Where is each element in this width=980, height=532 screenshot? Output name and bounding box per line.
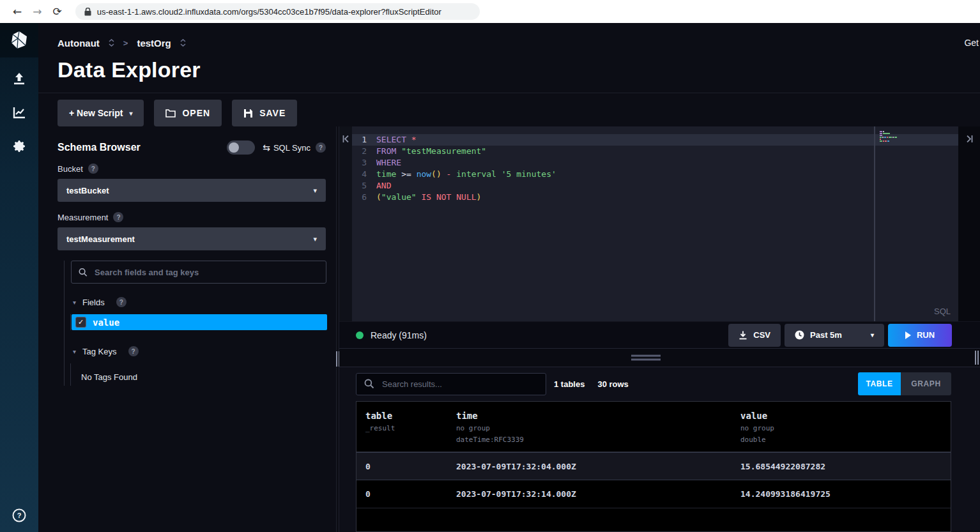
sql-sync-label: SQL Sync <box>273 143 310 153</box>
svg-text:?: ? <box>17 512 22 519</box>
checkbox-checked-icon[interactable]: ✓ <box>75 317 86 328</box>
panel-resize-handle-vertical[interactable] <box>336 126 339 532</box>
save-icon <box>243 109 253 118</box>
gear-icon <box>11 139 27 154</box>
folder-icon <box>165 109 176 118</box>
bucket-label: Bucket <box>57 164 83 174</box>
chevron-down-icon: ▾ <box>129 110 132 117</box>
browser-reload-icon[interactable]: ⟳ <box>53 6 62 17</box>
fields-section-toggle[interactable]: ▾ Fields ? <box>73 296 326 308</box>
results-search[interactable] <box>356 373 546 395</box>
tab-table-view[interactable]: TABLE <box>858 372 901 395</box>
results-table-header: table_resulttimeno groupdateTime:RFC3339… <box>356 402 951 452</box>
column-header-table: table_result <box>365 411 456 444</box>
breadcrumb-org[interactable]: Autonaut <box>57 38 100 49</box>
field-item-value[interactable]: ✓ value <box>72 314 327 330</box>
results-table: table_resulttimeno groupdateTime:RFC3339… <box>356 401 951 532</box>
schema-search[interactable] <box>71 261 326 284</box>
sidebar-item-upload[interactable] <box>0 66 38 91</box>
browser-back-icon[interactable]: ← <box>13 6 22 17</box>
results-table-body: 02023-07-09T17:32:04.000Z15.685449220872… <box>356 452 951 508</box>
caret-down-icon: ▾ <box>73 299 76 306</box>
fields-help-icon[interactable]: ? <box>116 297 126 307</box>
schema-search-input[interactable] <box>95 268 319 277</box>
sql-sync-toggle[interactable] <box>227 141 255 155</box>
page-title: Data Explorer <box>57 57 980 82</box>
language-badge: SQL <box>934 307 951 316</box>
code-line-2[interactable]: 2FROM "testMeasurement" <box>352 146 958 157</box>
tag-keys-help-icon[interactable]: ? <box>128 346 139 356</box>
collapse-editor-right-handle[interactable] <box>958 126 980 321</box>
editor-scrollbar[interactable] <box>874 126 875 321</box>
code-line-4[interactable]: 4time >= now() - interval '5 minutes' <box>352 169 958 180</box>
code-line-1[interactable]: 1SELECT * <box>352 134 958 146</box>
code-line-5[interactable]: 5AND <box>352 180 958 192</box>
csv-download-button[interactable]: CSV <box>728 324 781 347</box>
status-indicator <box>356 331 364 339</box>
new-script-label: + New Script <box>69 108 123 118</box>
open-button[interactable]: OPEN <box>154 100 222 126</box>
rows-count: 30 rows <box>597 379 628 389</box>
table-row[interactable]: 02023-07-09T17:32:14.000Z14.240993186419… <box>356 480 951 508</box>
bucket-help-icon[interactable]: ? <box>88 163 98 174</box>
editor-minimap[interactable] <box>880 131 903 142</box>
address-bar[interactable]: us-east-1-1.aws.cloud2.influxdata.com/or… <box>75 3 480 20</box>
time-range-dropdown[interactable]: Past 5m ▾ <box>785 324 884 347</box>
results-panel: 1 tables 30 rows TABLE GRAPH table_resul… <box>339 367 980 532</box>
sql-sync-help-icon[interactable]: ? <box>316 142 326 153</box>
browser-forward-icon[interactable]: → <box>33 6 42 17</box>
tables-count: 1 tables <box>554 379 585 389</box>
question-circle-icon: ? <box>12 508 26 522</box>
help-icon[interactable]: ? <box>0 503 38 528</box>
measurement-dropdown[interactable]: testMeasurement ▾ <box>57 227 326 250</box>
org-switcher-icon[interactable] <box>109 39 114 47</box>
script-actions: + New Script ▾ OPEN SAVE <box>38 93 980 126</box>
code-lines: 1SELECT *2FROM "testMeasurement"3WHERE4t… <box>352 126 958 203</box>
drag-grip-icon <box>975 351 979 365</box>
chevron-right-icon: > <box>123 38 128 48</box>
measurement-help-icon[interactable]: ? <box>113 212 123 222</box>
influxdb-logo[interactable] <box>0 23 38 57</box>
breadcrumb-workspace[interactable]: testOrg <box>137 38 171 49</box>
search-icon <box>79 268 88 277</box>
influxdb-logo-icon <box>10 31 29 50</box>
column-header-time: timeno groupdateTime:RFC3339 <box>456 411 740 444</box>
tag-keys-section-toggle[interactable]: ▾ Tag Keys ? <box>73 346 326 357</box>
results-search-input[interactable] <box>356 373 546 395</box>
time-range-label: Past 5m <box>810 330 842 340</box>
schema-browser-panel: Schema Browser ⇆ SQL Sync ? Bucket ? tes… <box>38 126 336 532</box>
chevron-down-icon: ▾ <box>871 331 874 338</box>
collapse-right-icon <box>966 135 973 142</box>
no-tags-message: No Tags Found <box>81 363 326 382</box>
code-line-3[interactable]: 3WHERE <box>352 157 958 169</box>
collapse-editor-left-handle[interactable] <box>339 126 352 321</box>
view-toggle: TABLE GRAPH <box>858 372 951 395</box>
line-number: 6 <box>352 192 376 203</box>
query-panel: 1SELECT *2FROM "testMeasurement"3WHERE4t… <box>339 126 980 532</box>
bucket-value: testBucket <box>66 186 109 195</box>
page-header: Autonaut > testOrg Get Data Explorer <box>38 23 980 93</box>
sidebar-item-data-explorer[interactable] <box>0 100 38 125</box>
line-number: 4 <box>352 169 376 180</box>
run-button[interactable]: RUN <box>888 324 952 347</box>
tag-keys-label: Tag Keys <box>82 347 116 356</box>
save-button[interactable]: SAVE <box>232 100 297 126</box>
table-cell: 14.240993186419725 <box>740 489 951 499</box>
code-editor[interactable]: 1SELECT *2FROM "testMeasurement"3WHERE4t… <box>352 126 958 321</box>
table-row[interactable]: 02023-07-09T17:32:04.000Z15.685449220872… <box>356 452 951 480</box>
toggle-knob <box>229 142 239 153</box>
clock-icon <box>795 330 804 340</box>
bucket-dropdown[interactable]: testBucket ▾ <box>57 179 326 202</box>
line-number: 2 <box>352 146 376 157</box>
workspace-switcher-icon[interactable] <box>180 39 186 47</box>
panel-resize-handle-horizontal[interactable] <box>339 348 980 367</box>
field-value-label: value <box>93 317 119 328</box>
sidebar-item-settings[interactable] <box>0 133 38 159</box>
tab-graph-view[interactable]: GRAPH <box>901 372 951 395</box>
code-line-6[interactable]: 6("value" IS NOT NULL) <box>352 192 958 203</box>
new-script-button[interactable]: + New Script ▾ <box>57 100 144 126</box>
upload-icon <box>11 71 27 86</box>
line-chart-icon <box>11 105 27 120</box>
get-link[interactable]: Get <box>964 38 979 48</box>
measurement-label: Measurement <box>57 213 108 222</box>
